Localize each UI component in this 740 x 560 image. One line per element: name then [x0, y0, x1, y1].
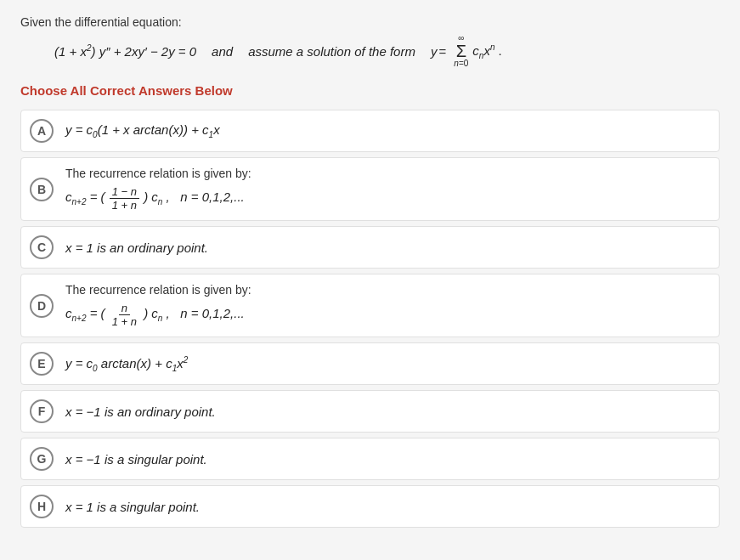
options-list: A y = c0(1 + x arctan(x)) + c1x B The re… — [20, 110, 720, 533]
option-g[interactable]: G x = −1 is a singular point. — [20, 438, 720, 480]
option-circle-h: H — [30, 495, 54, 518]
option-h[interactable]: H x = 1 is a singular point. — [20, 485, 720, 528]
option-h-text: x = 1 is a singular point. — [65, 500, 707, 514]
choose-label: Choose All Correct Answers Below — [20, 83, 720, 98]
option-f-text: x = −1 is an ordinary point. — [65, 404, 707, 419]
option-d-formula: cn+2 = ( n 1 + n ) cn , n = 0,1,2,... — [65, 302, 707, 328]
option-a[interactable]: A y = c0(1 + x arctan(x)) + c1x — [20, 110, 720, 152]
option-circle-b: B — [30, 178, 54, 201]
option-circle-d: D — [30, 294, 54, 318]
option-h-content: x = 1 is a singular point. — [65, 500, 707, 514]
option-d[interactable]: D The recurrence relation is given by: c… — [20, 274, 720, 337]
and-text: and — [212, 44, 233, 59]
option-b-content: The recurrence relation is given by: cn+… — [65, 167, 707, 212]
option-circle-a: A — [30, 119, 54, 143]
series-notation: y = ∞ Σ n=0 cnxn . — [431, 34, 502, 68]
option-b[interactable]: B The recurrence relation is given by: c… — [20, 157, 720, 221]
option-f[interactable]: F x = −1 is an ordinary point. — [20, 390, 720, 433]
option-c[interactable]: C x = 1 is an ordinary point. — [20, 226, 720, 269]
option-b-formula: cn+2 = ( 1 − n 1 + n ) cn , n = 0,1,2,..… — [65, 185, 707, 212]
option-c-content: x = 1 is an ordinary point. — [65, 240, 707, 255]
option-circle-g: G — [30, 447, 54, 471]
option-a-content: y = c0(1 + x arctan(x)) + c1x — [65, 122, 707, 139]
option-a-text: y = c0(1 + x arctan(x)) + c1x — [65, 122, 707, 139]
option-e[interactable]: E y = c0 arctan(x) + c1x2 — [20, 342, 720, 385]
option-e-text: y = c0 arctan(x) + c1x2 — [65, 355, 707, 373]
option-d-label: The recurrence relation is given by: — [65, 283, 707, 297]
option-c-text: x = 1 is an ordinary point. — [65, 240, 707, 255]
option-f-content: x = −1 is an ordinary point. — [65, 404, 707, 419]
option-circle-f: F — [30, 399, 54, 423]
option-circle-c: C — [30, 235, 54, 259]
option-d-content: The recurrence relation is given by: cn+… — [65, 283, 707, 328]
option-circle-e: E — [30, 352, 54, 376]
main-equation: (1 + x2) y″ + 2xy′ − 2y = 0 — [54, 43, 196, 59]
option-g-content: x = −1 is a singular point. — [65, 452, 707, 467]
assume-text: assume a solution of the form — [248, 44, 415, 59]
problem-intro: Given the differential equation: — [20, 15, 720, 29]
option-e-content: y = c0 arctan(x) + c1x2 — [65, 355, 707, 373]
option-g-text: x = −1 is a singular point. — [65, 452, 707, 467]
option-b-label: The recurrence relation is given by: — [65, 167, 707, 180]
